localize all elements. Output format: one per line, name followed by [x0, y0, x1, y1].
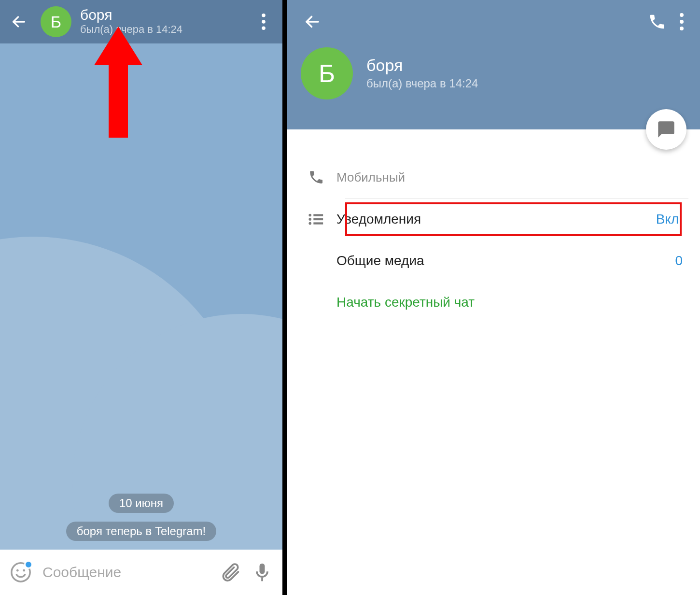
profile-subtitle: был(а) вчера в 14:24 [366, 75, 478, 92]
svg-rect-16 [313, 218, 323, 220]
chat-body[interactable]: 10 июня боря теперь в Telegram! [0, 43, 282, 550]
svg-point-11 [680, 20, 684, 24]
phone-icon [299, 169, 334, 185]
svg-point-15 [308, 218, 311, 221]
mobile-label: Мобильный [336, 170, 405, 185]
profile-titles: боря был(а) вчера в 14:24 [366, 56, 478, 91]
date-bubble: 10 июня [109, 494, 174, 513]
shared-media-label: Общие медиа [336, 253, 675, 269]
call-icon[interactable] [648, 13, 666, 31]
list-icon [299, 212, 334, 226]
profile-screen: Б боря был(а) вчера в 14:24 Мобильный [287, 0, 700, 595]
svg-point-6 [16, 569, 19, 572]
chat-title: боря [80, 7, 253, 23]
svg-point-12 [680, 27, 684, 30]
more-icon[interactable] [680, 13, 684, 30]
profile-title: боря [366, 56, 478, 75]
annotation-highlight [345, 202, 682, 236]
chat-header-titles[interactable]: боря был(а) вчера в 14:24 [80, 7, 253, 37]
svg-point-7 [23, 569, 25, 572]
chat-header: Б боря был(а) вчера в 14:24 [0, 0, 282, 43]
service-message: боря теперь в Telegram! [66, 522, 217, 541]
avatar[interactable]: Б [301, 47, 353, 99]
notifications-row[interactable]: Уведомления Вкл. [299, 198, 688, 240]
attach-icon[interactable] [220, 562, 241, 583]
svg-point-3 [262, 26, 266, 30]
secret-chat-label: Начать секретный чат [336, 295, 475, 310]
svg-rect-8 [261, 578, 263, 581]
emoji-notification-dot [24, 560, 33, 569]
avatar-letter: Б [51, 13, 61, 31]
profile-info[interactable]: Б боря был(а) вчера в 14:24 [297, 47, 690, 99]
message-input[interactable]: Сообщение [42, 564, 209, 581]
mic-icon[interactable] [252, 562, 273, 583]
profile-header: Б боря был(а) вчера в 14:24 [287, 0, 700, 129]
phone-row[interactable]: Мобильный [299, 156, 688, 198]
svg-point-17 [308, 222, 311, 225]
service-area: 10 июня боря теперь в Telegram! [0, 494, 282, 541]
shared-media-row[interactable]: Общие медиа 0 [299, 240, 688, 282]
svg-point-10 [680, 13, 684, 17]
chat-screen: Б боря был(а) вчера в 14:24 10 июня боря… [0, 0, 287, 595]
shared-media-value: 0 [675, 253, 686, 269]
back-icon[interactable] [9, 14, 29, 30]
secret-chat-row[interactable]: Начать секретный чат [299, 282, 688, 323]
svg-rect-18 [313, 222, 323, 224]
svg-point-1 [262, 14, 266, 17]
profile-body: Мобильный Уведомления Вкл. Общие медиа 0 [287, 129, 700, 323]
chat-input-bar: Сообщение [0, 550, 282, 595]
back-icon[interactable] [304, 13, 321, 30]
emoji-button[interactable] [10, 561, 32, 583]
avatar[interactable]: Б [41, 6, 71, 37]
svg-point-2 [262, 20, 266, 24]
chat-subtitle: был(а) вчера в 14:24 [80, 23, 253, 37]
svg-rect-14 [313, 214, 323, 216]
svg-point-13 [308, 214, 311, 217]
avatar-letter: Б [319, 59, 335, 88]
profile-toolbar [297, 5, 690, 39]
more-icon[interactable] [253, 14, 274, 30]
